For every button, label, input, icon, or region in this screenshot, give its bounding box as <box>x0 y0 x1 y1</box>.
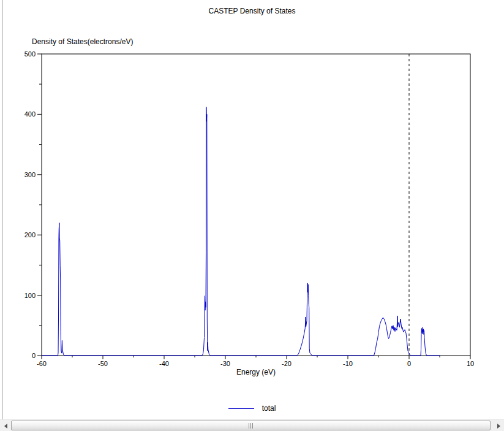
svg-text:-60: -60 <box>37 360 47 367</box>
svg-text:300: 300 <box>24 171 36 178</box>
legend-line-swatch <box>228 408 254 409</box>
svg-text:-20: -20 <box>282 360 291 367</box>
x-axis-ticks: -60-50-40-30-20-10010 <box>37 356 474 367</box>
x-axis-title: Energy (eV) <box>42 368 470 376</box>
scroll-left-arrow-icon <box>4 424 7 429</box>
scroll-left-button[interactable] <box>1 421 10 431</box>
scrollbar-thumb[interactable] <box>11 421 491 430</box>
svg-text:100: 100 <box>24 292 36 299</box>
svg-text:-10: -10 <box>343 360 353 367</box>
svg-text:0: 0 <box>32 352 36 359</box>
svg-text:-30: -30 <box>220 360 230 367</box>
dos-curve-total <box>42 107 440 356</box>
svg-text:-40: -40 <box>159 360 169 367</box>
legend: total <box>0 404 504 413</box>
legend-label-total: total <box>262 404 276 413</box>
scroll-right-button[interactable] <box>494 421 503 431</box>
svg-text:-50: -50 <box>98 360 108 367</box>
svg-text:10: 10 <box>467 360 474 367</box>
plot-border <box>42 54 470 356</box>
svg-text:400: 400 <box>24 110 36 118</box>
svg-text:200: 200 <box>24 231 36 238</box>
scrollbar-grip-icon <box>249 423 254 429</box>
scroll-right-arrow-icon <box>497 424 500 429</box>
y-axis-ticks: 0100200300400500 <box>24 50 42 359</box>
horizontal-scrollbar[interactable] <box>0 419 504 431</box>
svg-text:500: 500 <box>24 50 36 58</box>
dos-plot-svg: -60-50-40-30-20-100100100200300400500 <box>0 0 504 399</box>
svg-text:0: 0 <box>407 360 411 367</box>
